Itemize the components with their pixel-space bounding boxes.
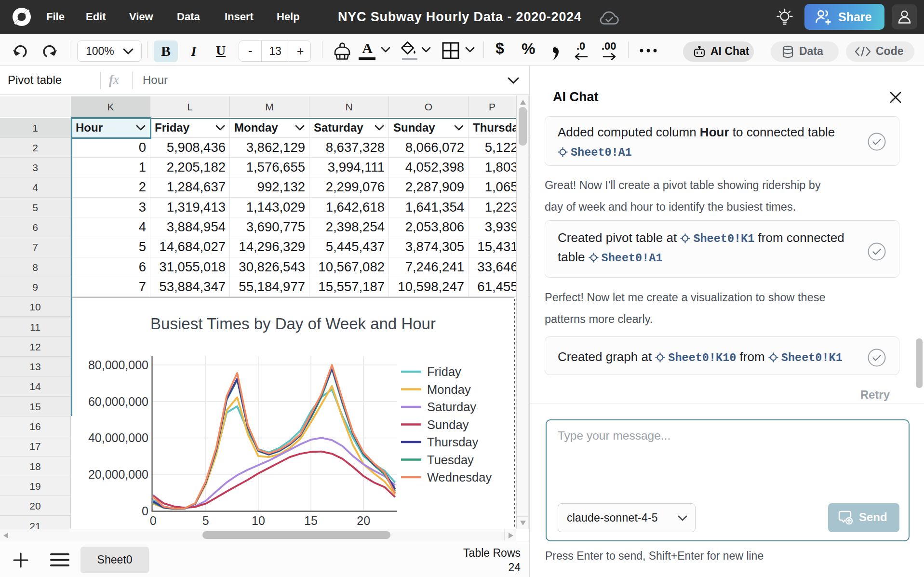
- svg-text:40,000,000: 40,000,000: [88, 431, 148, 444]
- svg-text:60,000,000: 60,000,000: [88, 395, 148, 408]
- svg-text:Tuesday: Tuesday: [427, 453, 474, 467]
- svg-text:Wednesday: Wednesday: [427, 470, 492, 484]
- svg-text:20: 20: [357, 514, 370, 527]
- svg-text:0: 0: [150, 514, 157, 527]
- svg-text:15: 15: [304, 514, 318, 527]
- svg-text:Saturday: Saturday: [427, 400, 476, 414]
- svg-text:Monday: Monday: [427, 383, 471, 396]
- svg-text:Thursday: Thursday: [427, 435, 479, 449]
- svg-text:80,000,000: 80,000,000: [88, 358, 148, 372]
- svg-text:20,000,000: 20,000,000: [88, 468, 148, 481]
- svg-text:0: 0: [142, 504, 148, 518]
- svg-text:Sunday: Sunday: [427, 418, 469, 431]
- svg-text:5: 5: [202, 514, 209, 527]
- svg-text:Busiest Times by Day of Week a: Busiest Times by Day of Week and Hour: [150, 315, 436, 333]
- svg-text:Friday: Friday: [427, 365, 461, 378]
- svg-text:10: 10: [252, 514, 265, 527]
